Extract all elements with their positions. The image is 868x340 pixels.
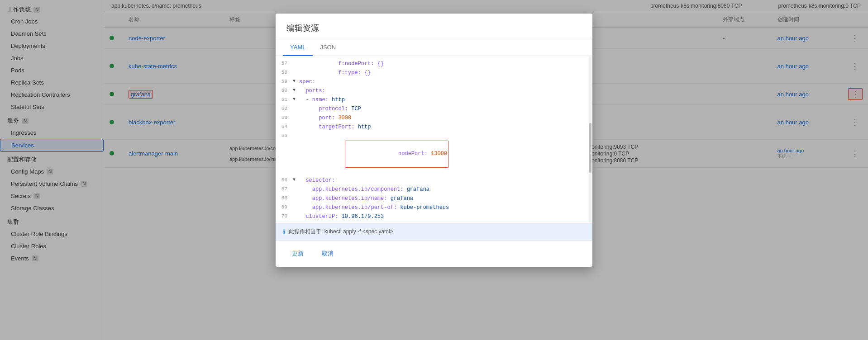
code-line-61: 61 ▼ - name: http <box>276 96 592 105</box>
code-line-58: 58 f:type: {} <box>276 69 592 78</box>
code-line-66: 66 ▼ selector: <box>276 176 592 185</box>
modal-info-text: 此操作相当于: kubectl apply -f <spec.yaml> <box>289 228 393 236</box>
code-line-69: 69 app.kubernetes.io/part-of: kube-prome… <box>276 203 592 212</box>
modal-footer: 更新 取消 <box>276 240 592 267</box>
code-line-64: 64 targetPort: http <box>276 123 592 132</box>
modal-header: 编辑资源 <box>276 14 592 39</box>
code-line-57: 57 f:nodePort: {} <box>276 60 592 69</box>
update-button[interactable]: 更新 <box>286 246 309 261</box>
edit-resource-modal: 编辑资源 YAML JSON 57 f <box>276 14 592 267</box>
cancel-button[interactable]: 取消 <box>316 246 339 261</box>
modal-body[interactable]: 57 f:nodePort: {} 58 f:type: {} 59 <box>276 56 592 223</box>
modal-tabs: YAML JSON <box>276 39 592 56</box>
code-line-71: 71 ▼ clusterIPs: <box>276 222 592 223</box>
code-line-63: 63 port: 3000 <box>276 114 592 123</box>
modal-info-bar: ℹ 此操作相当于: kubectl apply -f <spec.yaml> <box>276 223 592 240</box>
info-icon: ℹ <box>283 228 285 236</box>
scrollbar-track[interactable] <box>589 56 591 223</box>
app-layout: 工作负载 N Cron Jobs Daemon Sets Deployments… <box>0 0 868 340</box>
scrollbar-thumb[interactable] <box>589 123 591 173</box>
tab-json[interactable]: JSON <box>313 39 343 56</box>
modal-title: 编辑资源 <box>286 24 319 33</box>
nodeport-highlight: nodePort: 13000 <box>345 141 448 168</box>
code-line-68: 68 app.kubernetes.io/name: grafana <box>276 194 592 203</box>
code-line-59: 59 ▼ spec: <box>276 78 592 87</box>
code-editor: 57 f:nodePort: {} 58 f:type: {} 59 <box>276 56 592 223</box>
modal-overlay[interactable]: 编辑资源 YAML JSON 57 f <box>0 0 868 340</box>
code-line-67: 67 app.kubernetes.io/component: grafana <box>276 185 592 194</box>
code-line-62: 62 protocol: TCP <box>276 105 592 114</box>
code-line-60: 60 ▼ ports: <box>276 87 592 96</box>
code-line-70: 70 clusterIP: 10.96.179.253 <box>276 212 592 222</box>
code-line-65: 65 nodePort: 13000 <box>276 132 592 176</box>
tab-yaml[interactable]: YAML <box>283 39 313 56</box>
